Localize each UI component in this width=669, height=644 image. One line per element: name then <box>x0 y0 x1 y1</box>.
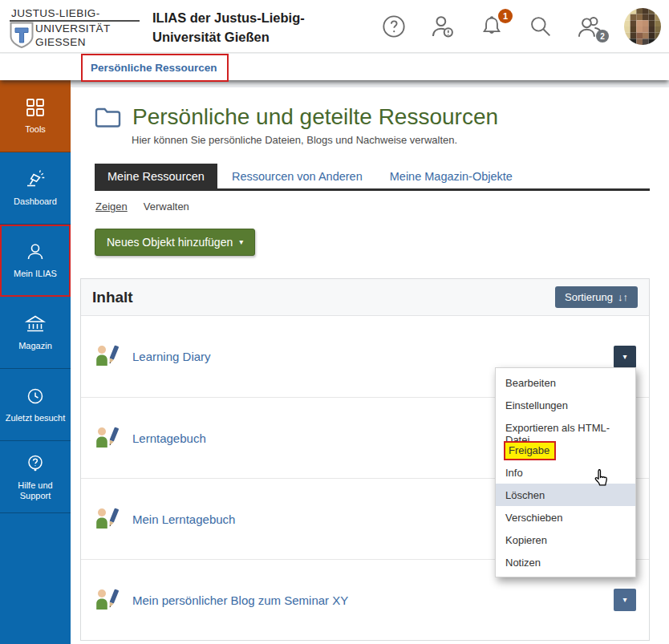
breadcrumb-bar: Persönliche Ressourcen <box>0 54 669 80</box>
menu-item-einstellungen[interactable]: Einstellungen <box>496 394 635 416</box>
sidebar-item-label: Dashboard <box>11 196 59 207</box>
notifications-badge: 1 <box>498 9 513 23</box>
blog-icon <box>94 344 121 369</box>
university-shield-icon <box>10 22 34 50</box>
folder-icon <box>95 107 121 128</box>
sidebar-item-label: Magazin <box>16 341 55 351</box>
logo-line2: UNIVERSITÄT <box>35 22 111 36</box>
logo-line3: GIESSEN <box>35 36 111 50</box>
person-icon <box>24 241 47 263</box>
breadcrumb-annotation-box: Persönliche Ressourcen <box>81 54 229 82</box>
search-button[interactable] <box>526 12 555 41</box>
user-status-icon <box>429 13 456 40</box>
subtab-verwalten[interactable]: Verwalten <box>144 200 189 213</box>
help-icon <box>381 14 407 39</box>
bank-building-icon <box>24 313 47 335</box>
page-title: Persönliche und geteilte Ressourcen <box>132 104 498 130</box>
blog-icon <box>94 588 121 613</box>
sidebar-item-tools[interactable]: Tools <box>0 80 71 152</box>
caret-down-icon: ▾ <box>622 596 626 604</box>
item-link[interactable]: Mein persönlicher Blog zum Seminar XY <box>132 593 348 607</box>
notifications-button[interactable]: 1 <box>477 12 506 41</box>
sort-arrows-icon: ↓↑ <box>618 291 628 303</box>
app-header: JUSTUS-LIEBIG- UNIVERSITÄT GIESSEN ILIAS… <box>0 0 669 53</box>
sidebar-item-label: Zuletzt besucht <box>3 413 68 423</box>
sidebar-item-dashboard[interactable]: Dashboard <box>0 152 71 225</box>
clock-icon <box>24 385 47 407</box>
menu-item-info[interactable]: Info <box>496 461 635 484</box>
search-icon <box>528 14 553 39</box>
sidebar-item-hilfe-support[interactable]: Hilfe und Support <box>0 441 71 513</box>
menu-item-notizen[interactable]: Notizen <box>496 551 635 573</box>
tab-ressourcen-von-anderen[interactable]: Ressourcen von Anderen <box>219 164 375 188</box>
sidebar-item-zuletzt-besucht[interactable]: Zuletzt besucht <box>0 369 71 441</box>
online-users-button[interactable]: 2 <box>575 12 604 41</box>
main-sidebar: Tools Dashboard Mein ILIAS <box>0 80 71 644</box>
sort-button[interactable]: Sortierung ↓↑ <box>555 286 638 308</box>
item-actions-menu: Bearbeiten Einstellungen Exportieren als… <box>495 367 636 577</box>
menu-item-kopieren[interactable]: Kopieren <box>496 529 635 551</box>
tab-meine-magazin-objekte[interactable]: Meine Magazin-Objekte <box>377 164 525 188</box>
item-actions-button[interactable]: ▾ <box>614 589 636 611</box>
caret-down-icon: ▾ <box>622 353 626 361</box>
blog-icon <box>94 426 121 451</box>
sidebar-item-mein-ilias[interactable]: Mein ILIAS <box>0 225 71 297</box>
university-logo: JUSTUS-LIEBIG- UNIVERSITÄT GIESSEN <box>10 7 140 50</box>
content-panel-header: Inhalt Sortierung ↓↑ <box>81 279 649 316</box>
blog-icon <box>94 507 121 532</box>
subtab-bar: Zeigen Verwalten <box>95 200 669 213</box>
help-button[interactable] <box>379 12 408 41</box>
caret-down-icon: ▾ <box>239 238 243 246</box>
panel-title: Inhalt <box>92 289 133 306</box>
sidebar-item-label: Hilfe und Support <box>0 480 71 501</box>
item-link[interactable]: Learning Diary <box>132 350 211 363</box>
tab-meine-ressourcen[interactable]: Meine Ressourcen <box>95 164 217 188</box>
item-link[interactable]: Lerntagebuch <box>132 431 206 445</box>
sidebar-item-label: Tools <box>22 124 48 135</box>
user-avatar[interactable] <box>624 8 661 45</box>
online-users-badge: 2 <box>596 30 609 43</box>
menu-item-exportieren[interactable]: Exportieren als HTML-Datei <box>496 416 635 439</box>
menu-item-loeschen[interactable]: Löschen <box>496 484 635 506</box>
tab-bar: Meine Ressourcen Ressourcen von Anderen … <box>95 164 650 191</box>
item-actions-button[interactable]: ▾ <box>614 346 636 368</box>
tools-grid-icon <box>24 96 47 119</box>
subtab-zeigen[interactable]: Zeigen <box>95 200 128 213</box>
menu-item-freigabe[interactable]: Freigabe <box>496 439 635 461</box>
item-link[interactable]: Mein Lerntagebuch <box>132 512 235 526</box>
menu-item-verschieben[interactable]: Verschieben <box>496 506 635 529</box>
desk-lamp-icon <box>24 168 47 191</box>
sidebar-item-magazin[interactable]: Magazin <box>0 297 71 369</box>
sidebar-filler <box>0 513 71 644</box>
page-subtitle: Hier können Sie persönliche Dateien, Blo… <box>132 134 650 146</box>
freigabe-annotation-highlight: Freigabe <box>505 443 554 459</box>
menu-item-bearbeiten[interactable]: Bearbeiten <box>496 371 635 394</box>
breadcrumb[interactable]: Persönliche Ressourcen <box>91 62 217 74</box>
awareness-button[interactable] <box>428 12 457 41</box>
sidebar-item-label: Mein ILIAS <box>11 269 59 279</box>
app-title: ILIAS der Justus-Liebig- Universität Gie… <box>152 9 305 47</box>
add-object-button[interactable]: Neues Objekt hinzufügen ▾ <box>95 229 255 256</box>
question-circle-icon <box>24 452 47 475</box>
